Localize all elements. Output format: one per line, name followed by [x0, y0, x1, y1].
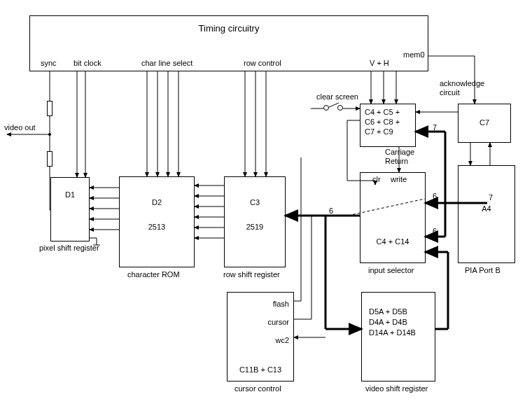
- lbl-vh: V + H: [370, 59, 389, 67]
- lbl-bitclock: bit clock: [74, 59, 102, 67]
- lbl-sync: sync: [41, 59, 57, 67]
- bus-7b: 7: [489, 193, 493, 202]
- a4-id: A4: [458, 204, 514, 213]
- d2-chip: 2513: [120, 223, 194, 231]
- c3-id: C3: [225, 198, 285, 206]
- lbl-clear-screen: clear screen: [316, 92, 358, 101]
- block-input-selector: C4 + C14: [360, 172, 426, 263]
- block-cursor-control: flash cursor wc2 C11B + C13: [227, 292, 294, 382]
- lbl-write: write: [391, 175, 407, 183]
- title: Timing circuitry: [30, 23, 428, 34]
- d2-caption: character ROM: [127, 270, 180, 279]
- block-video-shift: D5A + D5B D4A + D4B D14A + D14B: [361, 292, 435, 382]
- lbl-mem0: mem0: [403, 50, 425, 59]
- d1-caption: pixel shift register: [39, 244, 99, 252]
- switch-c2: [337, 105, 343, 111]
- block-c7: C7: [458, 104, 511, 143]
- bus-6b: 6: [433, 192, 437, 200]
- counter-l2: C6 + C8 +: [365, 117, 411, 127]
- d2-id: D2: [120, 198, 194, 206]
- bus-6c: 6: [433, 227, 437, 235]
- block-a4: A4: [458, 165, 515, 263]
- block-d1: D1: [50, 177, 90, 241]
- a4-caption: PIA Port B: [465, 266, 500, 274]
- block-d2: D2 2513: [119, 176, 195, 267]
- counter-l1: C4 + C5 +: [365, 107, 411, 117]
- vsr-l1: D5A + D5B: [369, 307, 428, 317]
- lbl-cr: Carriage Return: [385, 148, 414, 166]
- c7-id: C7: [458, 118, 510, 127]
- svg-point-4: [48, 133, 51, 136]
- vsr-caption: video shift register: [365, 384, 428, 393]
- lbl-ack: acknowledge circuit: [440, 79, 484, 97]
- d1-id: D1: [51, 190, 89, 199]
- cc-cursor: cursor: [267, 318, 289, 326]
- resistor-bot: [47, 151, 52, 167]
- cc-id: C11B + C13: [227, 365, 293, 374]
- inputsel-id: C4 + C14: [360, 237, 425, 246]
- lbl-charline: char line select: [141, 59, 192, 67]
- block-counter: C4 + C5 + C6 + C8 + C7 + C9: [360, 104, 416, 147]
- vsr-l2: D4A + D4B: [369, 317, 428, 328]
- counter-l3: C7 + C9: [365, 127, 411, 136]
- bus-6a: 6: [329, 206, 333, 215]
- inputsel-caption: input selector: [368, 266, 414, 274]
- cc-caption: cursor control: [234, 384, 281, 393]
- c3-caption: row shift register: [223, 270, 280, 279]
- lbl-clr: clr: [372, 175, 381, 183]
- cc-flash: flash: [273, 300, 289, 308]
- cc-wc2: wc2: [275, 336, 289, 344]
- switch-c1: [323, 105, 329, 111]
- resistor-top: [47, 101, 52, 116]
- lbl-rowctrl: row control: [244, 59, 281, 67]
- lbl-video-out: video out: [4, 123, 36, 132]
- c3-chip: 2519: [225, 223, 285, 231]
- vsr-l3: D14A + D14B: [369, 328, 428, 338]
- block-c3: C3 2519: [224, 176, 286, 267]
- bus-7a: 7: [433, 123, 437, 132]
